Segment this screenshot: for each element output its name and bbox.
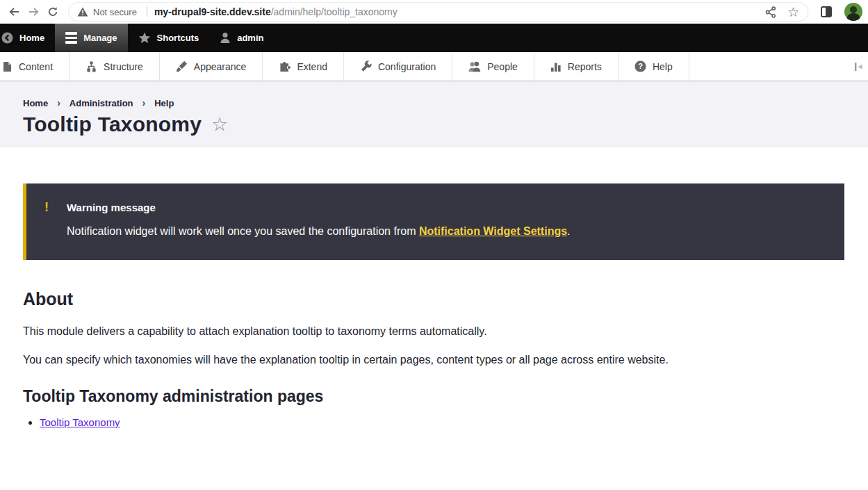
notification-widget-settings-link[interactable]: Notification Widget Settings <box>419 225 567 237</box>
side-panel-icon[interactable] <box>821 6 832 17</box>
back-to-site-icon <box>1 32 13 44</box>
menu-item-appearance[interactable]: Appearance <box>160 52 263 81</box>
reports-icon <box>550 61 562 72</box>
address-bar[interactable]: Not secure my-drupal9-site.ddev.site/adm… <box>68 2 808 22</box>
menu-item-reports[interactable]: Reports <box>534 52 619 81</box>
menu-item-label: Appearance <box>194 61 247 72</box>
drupal-admin-menu: Content Structure Appearance Extend Conf… <box>0 52 868 81</box>
content-icon <box>2 61 13 72</box>
toolbar-item-label: Manage <box>83 33 117 43</box>
user-icon <box>220 32 231 44</box>
bookmark-star-icon[interactable]: ☆ <box>787 6 799 19</box>
url-host: my-drupal9-site.ddev.site <box>154 6 271 17</box>
browser-reload-icon[interactable] <box>43 2 63 22</box>
menu-item-label: Configuration <box>378 61 436 72</box>
main-content: ! Warning message Notification widget wi… <box>0 183 868 428</box>
toolbar-item-shortcuts[interactable]: Shortcuts <box>128 24 210 52</box>
page-header: Home › Administration › Help Tooltip Tax… <box>0 81 868 147</box>
warning-exclamation-icon: ! <box>44 200 49 215</box>
profile-avatar[interactable] <box>844 3 862 21</box>
about-heading: About <box>23 289 844 309</box>
menu-item-label: Structure <box>104 61 143 72</box>
warning-text-before: Notification widget will work well once … <box>67 225 419 237</box>
manage-menu-icon <box>65 32 77 44</box>
browser-back-icon[interactable] <box>4 2 24 22</box>
drupal-admin-toolbar: Home Manage Shortcuts admin <box>0 24 868 52</box>
breadcrumb: Home › Administration › Help <box>23 97 868 108</box>
svg-text:?: ? <box>638 62 643 70</box>
menu-item-content[interactable]: Content <box>0 52 69 81</box>
shortcuts-star-icon <box>138 32 151 44</box>
menu-item-label: Content <box>19 61 53 72</box>
breadcrumb-separator: › <box>142 97 146 108</box>
menu-item-extend[interactable]: Extend <box>263 52 344 81</box>
url-text[interactable]: my-drupal9-site.ddev.site/admin/help/too… <box>154 6 398 17</box>
url-path: /admin/help/tooltip_taxonomy <box>271 6 398 17</box>
menu-item-structure[interactable]: Structure <box>69 52 160 81</box>
toolbar-orientation-toggle[interactable] <box>849 52 868 81</box>
breadcrumb-separator: › <box>57 97 60 108</box>
warning-text-after: . <box>567 225 570 237</box>
structure-icon <box>85 61 97 72</box>
toolbar-item-manage[interactable]: Manage <box>55 24 127 52</box>
breadcrumb-help[interactable]: Help <box>154 98 174 108</box>
admin-pages-heading: Tooltip Taxonomy administration pages <box>23 387 844 406</box>
menu-item-configuration[interactable]: Configuration <box>344 52 452 81</box>
about-paragraph-2: You can specify which taxonomies will ha… <box>23 354 844 366</box>
address-divider <box>147 6 147 17</box>
people-icon <box>468 61 481 72</box>
toolbar-item-label: Shortcuts <box>157 33 199 43</box>
toolbar-item-home[interactable]: Home <box>0 24 55 52</box>
menu-item-label: People <box>487 61 518 72</box>
menu-item-label: Help <box>653 61 673 72</box>
help-icon: ? <box>634 60 646 72</box>
menu-item-help[interactable]: ? Help <box>619 52 689 81</box>
tooltip-taxonomy-link[interactable]: Tooltip Taxonomy <box>40 416 120 428</box>
appearance-icon <box>176 60 188 72</box>
extend-icon <box>279 61 290 72</box>
menu-item-label: Extend <box>297 61 327 72</box>
toolbar-item-admin[interactable]: admin <box>209 24 274 52</box>
toolbar-item-label: admin <box>237 33 263 43</box>
breadcrumb-administration[interactable]: Administration <box>69 98 133 108</box>
menu-item-people[interactable]: People <box>452 52 534 81</box>
warning-body: Notification widget will work well once … <box>67 225 825 238</box>
about-paragraph-1: This module delivers a capability to att… <box>23 325 844 338</box>
bookmark-page-star-icon[interactable]: ☆ <box>211 115 228 134</box>
not-secure-icon[interactable] <box>77 7 88 17</box>
list-item: Tooltip Taxonomy <box>40 416 844 428</box>
toolbar-item-label: Home <box>19 33 44 43</box>
warning-title: Warning message <box>67 202 825 213</box>
browser-forward-icon[interactable] <box>24 2 43 22</box>
orientation-toggle-icon <box>853 61 864 72</box>
warning-message-box: ! Warning message Notification widget wi… <box>23 183 844 260</box>
browser-toolbar: Not secure my-drupal9-site.ddev.site/adm… <box>0 0 868 24</box>
breadcrumb-home[interactable]: Home <box>23 98 48 108</box>
menu-item-label: Reports <box>568 61 602 72</box>
configuration-icon <box>360 60 372 72</box>
page-title: Tooltip Taxonomy <box>23 113 202 136</box>
admin-pages-list: Tooltip Taxonomy <box>23 416 844 428</box>
share-icon[interactable] <box>765 6 776 18</box>
not-secure-label: Not secure <box>93 7 137 17</box>
